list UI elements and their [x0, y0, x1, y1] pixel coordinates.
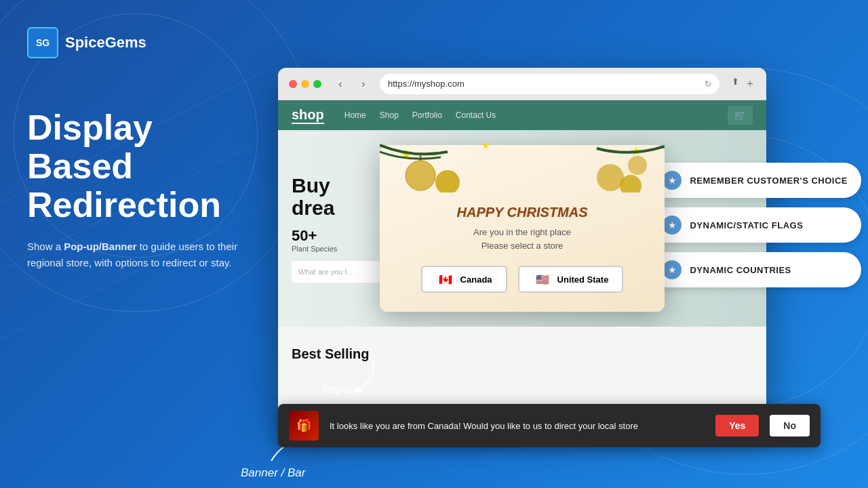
nav-shop[interactable]: Shop — [380, 110, 399, 120]
main-desc: Show a Pop-up/Banner to guide users to t… — [27, 239, 258, 271]
shop-site: shop Home Shop Portfolio Contact Us 🛒 Bu… — [278, 100, 766, 420]
back-button[interactable]: ‹ — [331, 75, 350, 94]
shop-brand: shop — [292, 107, 324, 124]
popup-annotation: Pop-up — [322, 383, 359, 396]
us-label: United State — [557, 274, 609, 285]
svg-point-8 — [406, 161, 435, 190]
svg-text:★: ★ — [631, 144, 642, 158]
banner-img: 🎁 — [289, 411, 319, 441]
browser-dots — [289, 80, 321, 88]
svg-point-12 — [620, 175, 642, 192]
banner-no-button[interactable]: No — [770, 415, 810, 436]
url-bar[interactable]: https://myshop.com ↻ — [380, 74, 719, 94]
new-tab-icon[interactable]: ＋ — [745, 77, 755, 91]
browser-bar: ‹ › https://myshop.com ↻ ⬆ ＋ — [278, 68, 766, 100]
share-icon[interactable]: ⬆ — [732, 77, 739, 91]
shop-nav: shop Home Shop Portfolio Contact Us 🛒 — [278, 100, 766, 130]
dot-red[interactable] — [289, 80, 297, 88]
reload-icon[interactable]: ↻ — [705, 79, 711, 89]
canada-label: Canada — [460, 274, 492, 285]
banner-text: It looks like you are from Canada! Would… — [330, 421, 705, 431]
svg-text:★: ★ — [400, 146, 412, 161]
browser-window: ‹ › https://myshop.com ↻ ⬆ ＋ shop Home S… — [278, 68, 766, 420]
svg-point-10 — [435, 170, 460, 192]
svg-point-11 — [597, 164, 624, 191]
dot-yellow[interactable] — [301, 80, 309, 88]
svg-text:★: ★ — [481, 140, 490, 150]
left-content: Display BasedRedirection Show a Pop-up/B… — [27, 108, 258, 271]
shop-best: Best Selling — [278, 327, 766, 381]
logo-area: SG SpiceGems — [27, 27, 146, 58]
nav-contact[interactable]: Contact Us — [456, 110, 496, 120]
banner-yes-button[interactable]: Yes — [715, 415, 759, 436]
banner-annotation: Banner / Bar — [241, 466, 305, 480]
popup-subtitle: Are you in the right place Please select… — [400, 226, 644, 252]
logo-name: SpiceGems — [65, 34, 146, 52]
shop-hero: Buydrea 50+ Plant Species What are you l… — [278, 130, 766, 327]
nav-portfolio[interactable]: Portfolio — [412, 110, 442, 120]
banner-bar: 🎁 It looks like you are from Canada! Wou… — [278, 404, 821, 447]
popup-box: ★ ★ ★ HAPPY CHRISTMAS Are you in the rig… — [380, 145, 665, 312]
canada-flag-icon: 🇨🇦 — [436, 272, 455, 286]
forward-button[interactable]: › — [354, 75, 373, 94]
popup-buttons: 🇨🇦 Canada 🇺🇸 United State — [400, 266, 644, 293]
nav-home[interactable]: Home — [344, 110, 366, 120]
shop-best-title: Best Selling — [292, 346, 369, 362]
svg-point-13 — [628, 156, 647, 175]
browser-nav: ‹ › — [331, 75, 373, 94]
popup-overlay: ★ ★ ★ HAPPY CHRISTMAS Are you in the rig… — [278, 130, 766, 327]
url-text: https://myshop.com — [388, 79, 465, 89]
svg-point-7 — [406, 161, 435, 190]
cart-button[interactable]: 🛒 — [728, 106, 753, 125]
popup-title: HAPPY CHRISTMAS — [400, 205, 644, 220]
browser-actions: ⬆ ＋ — [732, 77, 755, 91]
logo-abbr: SG — [27, 27, 58, 58]
canada-button[interactable]: 🇨🇦 Canada — [421, 266, 507, 293]
us-button[interactable]: 🇺🇸 United State — [518, 266, 624, 293]
dot-green[interactable] — [313, 80, 321, 88]
us-flag-icon: 🇺🇸 — [533, 272, 552, 286]
main-title: Display BasedRedirection — [27, 108, 258, 225]
